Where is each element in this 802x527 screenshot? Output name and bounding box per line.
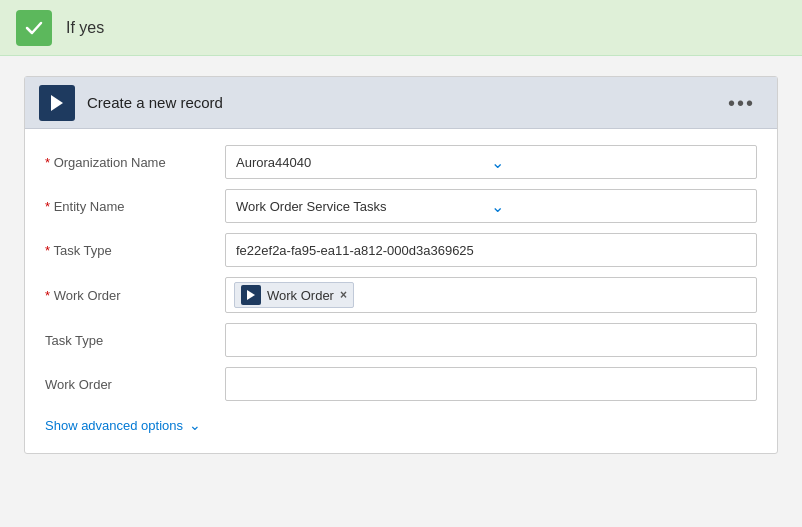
svg-marker-0 xyxy=(51,95,63,111)
organization-name-chevron-icon: ⌄ xyxy=(491,153,746,172)
work-order-optional-input[interactable] xyxy=(225,367,757,401)
task-type-optional-input[interactable] xyxy=(225,323,757,357)
task-type-input-container xyxy=(225,233,757,267)
main-content: Create a new record ••• Organization Nam… xyxy=(0,56,802,474)
check-icon xyxy=(16,10,52,46)
if-yes-header: If yes xyxy=(0,0,802,56)
work-order-tag-close-icon[interactable]: × xyxy=(340,288,347,302)
entity-name-dropdown[interactable]: Work Order Service Tasks ⌄ xyxy=(225,189,757,223)
work-order-optional-row: Work Order xyxy=(45,367,757,401)
task-type-optional-label: Task Type xyxy=(45,333,225,348)
entity-name-row: Entity Name Work Order Service Tasks ⌄ xyxy=(45,189,757,223)
work-order-required-label: Work Order xyxy=(45,288,225,303)
card-title: Create a new record xyxy=(87,94,720,111)
entity-name-chevron-icon: ⌄ xyxy=(491,197,746,216)
card-body: Organization Name Aurora44040 ⌄ Entity N… xyxy=(25,129,777,453)
task-type-optional-row: Task Type xyxy=(45,323,757,357)
task-type-input[interactable] xyxy=(236,243,746,258)
entity-name-label: Entity Name xyxy=(45,199,225,214)
task-type-required-label: Task Type xyxy=(45,243,225,258)
work-order-required-field: Work Order × xyxy=(225,277,757,313)
organization-name-label: Organization Name xyxy=(45,155,225,170)
work-order-tag-icon xyxy=(241,285,261,305)
task-type-required-field xyxy=(225,233,757,267)
svg-marker-1 xyxy=(247,290,255,300)
work-order-optional-label: Work Order xyxy=(45,377,225,392)
header-title: If yes xyxy=(66,19,104,37)
card-action-icon xyxy=(39,85,75,121)
show-advanced-label: Show advanced options xyxy=(45,418,183,433)
work-order-tag-label: Work Order xyxy=(267,288,334,303)
organization-name-row: Organization Name Aurora44040 ⌄ xyxy=(45,145,757,179)
work-order-optional-field xyxy=(225,367,757,401)
organization-name-dropdown[interactable]: Aurora44040 ⌄ xyxy=(225,145,757,179)
task-type-optional-field xyxy=(225,323,757,357)
card: Create a new record ••• Organization Nam… xyxy=(24,76,778,454)
work-order-required-row: Work Order Work Order × xyxy=(45,277,757,313)
organization-name-field: Aurora44040 ⌄ xyxy=(225,145,757,179)
organization-name-value: Aurora44040 xyxy=(236,155,491,170)
entity-name-field: Work Order Service Tasks ⌄ xyxy=(225,189,757,223)
show-advanced-button[interactable]: Show advanced options ⌄ xyxy=(45,417,757,433)
show-advanced-chevron-icon: ⌄ xyxy=(189,417,201,433)
work-order-tag: Work Order × xyxy=(234,282,354,308)
entity-name-value: Work Order Service Tasks xyxy=(236,199,491,214)
task-type-required-row: Task Type xyxy=(45,233,757,267)
more-options-button[interactable]: ••• xyxy=(720,89,763,117)
work-order-tag-container[interactable]: Work Order × xyxy=(225,277,757,313)
card-header: Create a new record ••• xyxy=(25,77,777,129)
